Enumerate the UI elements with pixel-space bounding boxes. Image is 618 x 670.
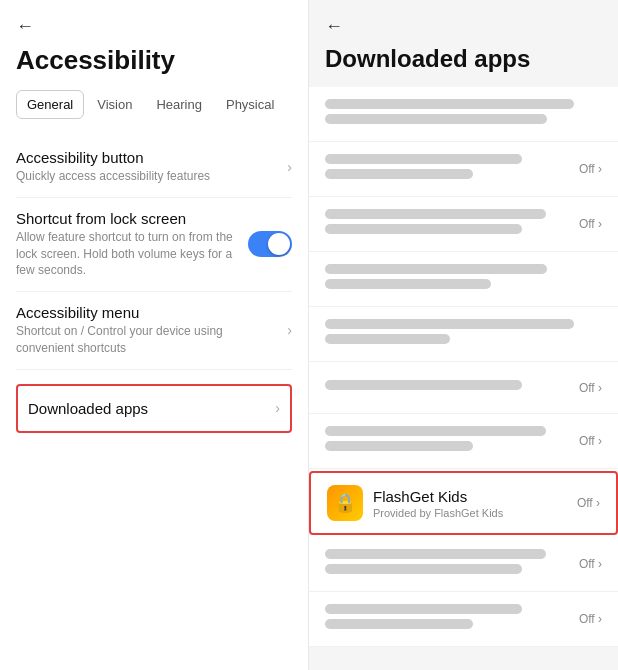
back-button-right[interactable]: ← xyxy=(309,16,618,37)
list-item[interactable]: Off › xyxy=(309,197,618,252)
placeholder-bar xyxy=(325,114,547,124)
placeholder-bar xyxy=(325,426,546,436)
off-label: Off › xyxy=(579,434,602,448)
list-item[interactable] xyxy=(309,87,618,142)
placeholder-bar xyxy=(325,334,450,344)
list-item[interactable]: Off › xyxy=(309,537,618,592)
placeholder-bar xyxy=(325,604,522,614)
page-title-left: Accessibility xyxy=(16,45,292,76)
placeholder-bar xyxy=(325,279,491,289)
accessibility-button-desc: Quickly access accessibility features xyxy=(16,168,279,185)
placeholder-bar xyxy=(325,549,546,559)
shortcut-lock-screen-desc: Allow feature shortcut to turn on from t… xyxy=(16,229,248,279)
toggle-knob xyxy=(268,233,290,255)
tab-vision[interactable]: Vision xyxy=(86,90,143,119)
tab-general[interactable]: General xyxy=(16,90,84,119)
flashget-subtitle: Provided by FlashGet Kids xyxy=(373,507,569,519)
placeholder-bar xyxy=(325,99,574,109)
tab-physical[interactable]: Physical xyxy=(215,90,285,119)
accessibility-button-title: Accessibility button xyxy=(16,149,279,166)
accessibility-menu-item[interactable]: Accessibility menu Shortcut on / Control… xyxy=(16,292,292,370)
placeholder-bar xyxy=(325,224,522,234)
off-label: Off › xyxy=(579,217,602,231)
placeholder-bar xyxy=(325,154,522,164)
downloaded-apps-item[interactable]: Downloaded apps › xyxy=(16,384,292,433)
off-label: Off › xyxy=(579,557,602,571)
flashget-kids-item[interactable]: 🔒 FlashGet Kids Provided by FlashGet Kid… xyxy=(309,471,618,535)
placeholder-bar xyxy=(325,319,574,329)
tab-bar: General Vision Hearing Physical xyxy=(16,90,292,119)
list-item[interactable]: Off › xyxy=(309,592,618,647)
list-item[interactable] xyxy=(309,307,618,362)
flashget-icon: 🔒 xyxy=(327,485,363,521)
list-item[interactable]: Off › xyxy=(309,142,618,197)
off-label: Off › xyxy=(579,162,602,176)
accessibility-menu-desc: Shortcut on / Control your device using … xyxy=(16,323,279,357)
flashget-off-label: Off › xyxy=(577,496,600,510)
chevron-icon: › xyxy=(287,322,292,338)
list-item[interactable]: Off › xyxy=(309,362,618,414)
placeholder-bar xyxy=(325,619,473,629)
tab-hearing[interactable]: Hearing xyxy=(145,90,213,119)
shortcut-lock-screen-item[interactable]: Shortcut from lock screen Allow feature … xyxy=(16,198,292,292)
downloaded-apps-label: Downloaded apps xyxy=(28,400,148,417)
placeholder-bar xyxy=(325,169,473,179)
placeholder-bar xyxy=(325,380,522,390)
list-item[interactable] xyxy=(309,252,618,307)
accessibility-button-item[interactable]: Accessibility button Quickly access acce… xyxy=(16,137,292,198)
off-label: Off › xyxy=(579,381,602,395)
placeholder-bar xyxy=(325,264,547,274)
placeholder-bar xyxy=(325,564,522,574)
shortcut-toggle[interactable] xyxy=(248,231,292,257)
list-item[interactable]: Off › xyxy=(309,414,618,469)
back-button-left[interactable]: ← xyxy=(16,16,292,37)
left-panel: ← Accessibility General Vision Hearing P… xyxy=(0,0,309,670)
shortcut-lock-screen-title: Shortcut from lock screen xyxy=(16,210,248,227)
placeholder-bar xyxy=(325,441,473,451)
accessibility-menu-title: Accessibility menu xyxy=(16,304,279,321)
downloaded-apps-chevron: › xyxy=(275,400,280,416)
right-panel: ← Downloaded apps Off › Off › xyxy=(309,0,618,670)
page-title-right: Downloaded apps xyxy=(309,45,618,73)
chevron-icon: › xyxy=(287,159,292,175)
placeholder-bar xyxy=(325,209,546,219)
off-label: Off › xyxy=(579,612,602,626)
flashget-name: FlashGet Kids xyxy=(373,488,569,505)
apps-list: Off › Off › xyxy=(309,87,618,647)
